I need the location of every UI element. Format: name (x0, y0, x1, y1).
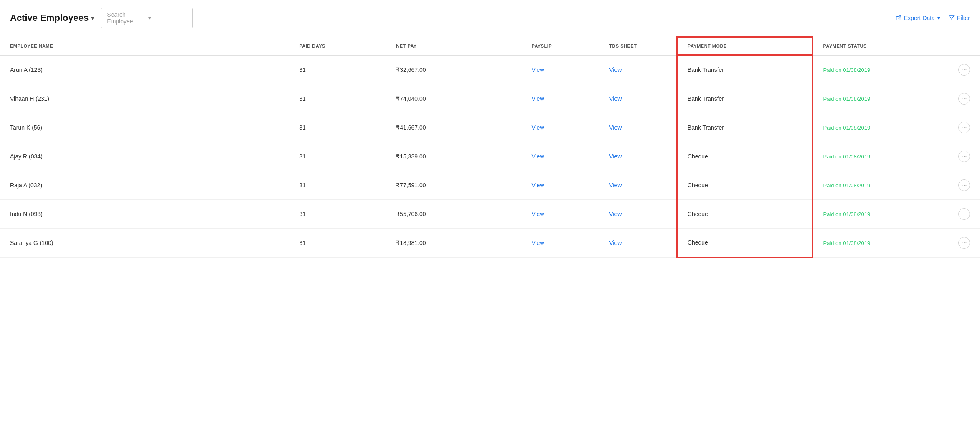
cell-payslip-view[interactable]: View (521, 199, 599, 228)
more-options-button[interactable]: ··· (958, 237, 970, 249)
more-options-button[interactable]: ··· (958, 64, 970, 76)
th-paid-days: PAID DAYS (289, 37, 386, 55)
cell-net-pay: ₹74,040.00 (386, 84, 521, 113)
cell-employee-name: Saranya G (100) (0, 228, 289, 257)
table-row: Ajay R (034) 31 ₹15,339.00 View View Che… (0, 142, 980, 171)
cell-payslip-view[interactable]: View (521, 84, 599, 113)
search-placeholder-text: Search Employee (107, 11, 145, 25)
search-employee-dropdown[interactable]: Search Employee ▾ (101, 8, 193, 28)
cell-employee-name: Ajay R (034) (0, 142, 289, 171)
export-data-button[interactable]: Export Data ▾ (896, 15, 940, 21)
cell-tds-view[interactable]: View (599, 142, 677, 171)
export-label: Export Data (904, 15, 935, 21)
cell-employee-name: Arun A (123) (0, 55, 289, 84)
th-payslip: PAYSLIP (521, 37, 599, 55)
th-net-pay: NET PAY (386, 37, 521, 55)
cell-payslip-view[interactable]: View (521, 113, 599, 142)
cell-tds-view[interactable]: View (599, 199, 677, 228)
cell-action[interactable]: ··· (948, 113, 980, 142)
cell-paid-days: 31 (289, 55, 386, 84)
page-title[interactable]: Active Employees ▾ (10, 13, 94, 23)
cell-employee-name: Tarun K (56) (0, 113, 289, 142)
cell-paid-days: 31 (289, 199, 386, 228)
th-payment-mode: PAYMENT MODE (677, 37, 812, 55)
table-row: Raja A (032) 31 ₹77,591.00 View View Che… (0, 171, 980, 199)
more-options-button[interactable]: ··· (958, 151, 970, 162)
cell-payment-mode: Bank Transfer (677, 113, 812, 142)
export-icon (896, 15, 901, 21)
header-actions: Export Data ▾ Filter (896, 15, 970, 21)
cell-payment-status: Paid on 01/08/2019 (812, 228, 948, 257)
filter-button[interactable]: Filter (949, 15, 970, 21)
cell-paid-days: 31 (289, 113, 386, 142)
cell-payment-status: Paid on 01/08/2019 (812, 113, 948, 142)
cell-paid-days: 31 (289, 171, 386, 199)
cell-tds-view[interactable]: View (599, 55, 677, 84)
cell-action[interactable]: ··· (948, 199, 980, 228)
th-payment-status: PAYMENT STATUS (812, 37, 948, 55)
th-employee-name: EMPLOYEE NAME (0, 37, 289, 55)
cell-tds-view[interactable]: View (599, 228, 677, 257)
cell-payment-status: Paid on 01/08/2019 (812, 55, 948, 84)
cell-employee-name: Indu N (098) (0, 199, 289, 228)
cell-action[interactable]: ··· (948, 142, 980, 171)
cell-payment-status: Paid on 01/08/2019 (812, 199, 948, 228)
cell-payslip-view[interactable]: View (521, 228, 599, 257)
table-row: Indu N (098) 31 ₹55,706.00 View View Che… (0, 199, 980, 228)
cell-action[interactable]: ··· (948, 55, 980, 84)
title-text: Active Employees (10, 13, 89, 23)
cell-payment-mode: Bank Transfer (677, 55, 812, 84)
cell-net-pay: ₹18,981.00 (386, 228, 521, 257)
employee-table-container: EMPLOYEE NAME PAID DAYS NET PAY PAYSLIP … (0, 36, 980, 258)
table-row: Vihaan H (231) 31 ₹74,040.00 View View B… (0, 84, 980, 113)
cell-net-pay: ₹77,591.00 (386, 171, 521, 199)
cell-net-pay: ₹55,706.00 (386, 199, 521, 228)
export-dropdown-arrow[interactable]: ▾ (937, 15, 940, 21)
cell-payment-mode: Bank Transfer (677, 84, 812, 113)
title-dropdown-arrow[interactable]: ▾ (91, 15, 94, 21)
cell-paid-days: 31 (289, 142, 386, 171)
cell-payment-mode: Cheque (677, 142, 812, 171)
cell-payslip-view[interactable]: View (521, 171, 599, 199)
table-body: Arun A (123) 31 ₹32,667.00 View View Ban… (0, 55, 980, 258)
cell-payment-mode: Cheque (677, 171, 812, 199)
cell-action[interactable]: ··· (948, 171, 980, 199)
employee-table: EMPLOYEE NAME PAID DAYS NET PAY PAYSLIP … (0, 36, 980, 258)
table-header-row: EMPLOYEE NAME PAID DAYS NET PAY PAYSLIP … (0, 37, 980, 55)
cell-net-pay: ₹15,339.00 (386, 142, 521, 171)
cell-employee-name: Vihaan H (231) (0, 84, 289, 113)
search-chevron-icon: ▾ (148, 15, 186, 21)
page-header: Active Employees ▾ Search Employee ▾ Exp… (0, 0, 980, 36)
more-options-button[interactable]: ··· (958, 179, 970, 191)
more-options-button[interactable]: ··· (958, 93, 970, 105)
cell-net-pay: ₹32,667.00 (386, 55, 521, 84)
cell-tds-view[interactable]: View (599, 113, 677, 142)
cell-tds-view[interactable]: View (599, 84, 677, 113)
filter-label: Filter (957, 15, 970, 21)
table-row: Saranya G (100) 31 ₹18,981.00 View View … (0, 228, 980, 257)
cell-payment-status: Paid on 01/08/2019 (812, 84, 948, 113)
cell-tds-view[interactable]: View (599, 171, 677, 199)
more-options-button[interactable]: ··· (958, 122, 970, 133)
filter-icon (949, 15, 955, 21)
cell-payment-status: Paid on 01/08/2019 (812, 171, 948, 199)
cell-employee-name: Raja A (032) (0, 171, 289, 199)
svg-line-0 (898, 16, 901, 18)
table-row: Arun A (123) 31 ₹32,667.00 View View Ban… (0, 55, 980, 84)
more-options-button[interactable]: ··· (958, 208, 970, 220)
cell-payment-mode: Cheque (677, 199, 812, 228)
table-row: Tarun K (56) 31 ₹41,667.00 View View Ban… (0, 113, 980, 142)
svg-marker-1 (949, 16, 954, 20)
th-action (948, 37, 980, 55)
cell-payslip-view[interactable]: View (521, 55, 599, 84)
cell-payment-status: Paid on 01/08/2019 (812, 142, 948, 171)
cell-action[interactable]: ··· (948, 228, 980, 257)
cell-payment-mode: Cheque (677, 228, 812, 257)
cell-payslip-view[interactable]: View (521, 142, 599, 171)
cell-net-pay: ₹41,667.00 (386, 113, 521, 142)
th-tds-sheet: TDS SHEET (599, 37, 677, 55)
cell-action[interactable]: ··· (948, 84, 980, 113)
cell-paid-days: 31 (289, 228, 386, 257)
cell-paid-days: 31 (289, 84, 386, 113)
